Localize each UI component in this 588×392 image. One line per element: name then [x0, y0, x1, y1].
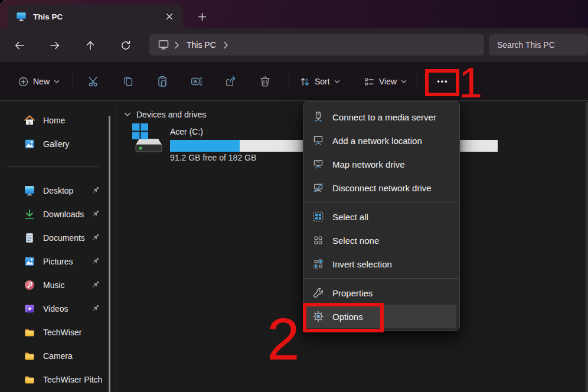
- step2-highlight-box: [303, 303, 384, 332]
- copy-button[interactable]: [116, 71, 140, 92]
- network-location-icon: [312, 135, 324, 146]
- cut-icon: [87, 75, 100, 88]
- sort-button[interactable]: Sort: [297, 71, 342, 92]
- refresh-button[interactable]: [117, 37, 135, 54]
- menu-item-label: Map network drive: [332, 159, 405, 169]
- search-input[interactable]: [489, 34, 588, 55]
- sidebar-item-label: TechWiser Pitch: [43, 375, 102, 384]
- menu-separator: [303, 202, 459, 202]
- chevron-down-icon: [334, 80, 340, 84]
- sidebar-item-label: Videos: [43, 304, 68, 313]
- new-tab-button[interactable]: [194, 8, 210, 25]
- drive-icon[interactable]: [131, 122, 166, 154]
- chevron-right-icon[interactable]: [223, 41, 228, 49]
- videos-icon: [24, 303, 35, 315]
- sidebar-item-home[interactable]: Home: [0, 109, 116, 132]
- rename-button[interactable]: [185, 71, 208, 92]
- forward-button[interactable]: [46, 37, 64, 54]
- sidebar-item-label: Music: [43, 280, 65, 290]
- see-more-context-menu: Connect to a media server Add a network …: [303, 101, 460, 331]
- monitor-icon: [158, 39, 169, 51]
- up-button[interactable]: [81, 37, 99, 54]
- menu-item-select-none[interactable]: Select none: [306, 228, 456, 252]
- pin-icon: [90, 233, 100, 243]
- pin-icon: [90, 256, 100, 266]
- menu-item-properties[interactable]: Properties: [306, 281, 456, 305]
- drive-capacity-text: 91.2 GB free of 182 GB: [170, 153, 256, 162]
- menu-item-connect-media-server[interactable]: Connect to a media server: [306, 105, 456, 129]
- tab-this-pc[interactable]: This PC: [8, 5, 183, 28]
- tab-title: This PC: [33, 12, 162, 21]
- titlebar: This PC: [0, 0, 588, 28]
- drive-name[interactable]: Acer (C:): [170, 127, 203, 136]
- step1-number: 1: [459, 61, 482, 104]
- menu-item-label: Disconnect network drive: [332, 183, 432, 193]
- sidebar-item-label: Home: [43, 116, 65, 125]
- plus-circle-icon: [18, 76, 29, 87]
- sidebar-item-music[interactable]: Music: [0, 273, 116, 297]
- new-button[interactable]: New: [15, 71, 62, 92]
- section-devices-and-drives[interactable]: Devices and drives: [124, 110, 206, 119]
- menu-item-invert-selection[interactable]: Invert selection: [306, 252, 456, 276]
- menu-item-add-network-location[interactable]: Add a network location: [306, 129, 456, 152]
- select-none-icon: [312, 234, 324, 246]
- sidebar-scrollbar[interactable]: [109, 116, 110, 392]
- delete-button[interactable]: [253, 71, 277, 92]
- menu-item-label: Select all: [332, 212, 368, 222]
- chevron-right-icon: [174, 41, 179, 49]
- downloads-icon: [24, 208, 35, 220]
- paste-button[interactable]: [151, 71, 174, 92]
- view-icon: [364, 76, 375, 87]
- sidebar-item-label: Documents: [43, 233, 85, 243]
- select-all-icon: [312, 211, 324, 223]
- pin-icon: [90, 280, 100, 290]
- close-tab-icon[interactable]: [162, 9, 177, 24]
- rename-icon: [190, 75, 203, 88]
- view-button[interactable]: View: [361, 71, 409, 92]
- documents-icon: [24, 232, 35, 244]
- sidebar-item-camera[interactable]: Camera: [0, 344, 116, 368]
- sidebar-item-documents[interactable]: Documents: [0, 226, 116, 250]
- sidebar: Home Gallery: [0, 101, 116, 392]
- this-pc-icon: [16, 11, 27, 22]
- step1-highlight-box: [425, 69, 459, 96]
- menu-item-map-network-drive[interactable]: Map network drive: [306, 152, 456, 176]
- sidebar-item-label: Desktop: [43, 186, 73, 195]
- sidebar-item-desktop[interactable]: Desktop: [0, 179, 116, 202]
- music-icon: [24, 279, 35, 291]
- sidebar-item-pictures[interactable]: Pictures: [0, 250, 116, 273]
- menu-item-label: Add a network location: [332, 136, 422, 146]
- menu-item-disconnect-network-drive[interactable]: Disconnect network drive: [306, 176, 456, 200]
- view-button-label: View: [379, 77, 397, 86]
- cut-button[interactable]: [82, 71, 106, 92]
- share-icon: [224, 75, 237, 88]
- pin-icon: [90, 185, 100, 195]
- desktop-icon: [24, 185, 35, 197]
- pin-icon: [90, 303, 100, 313]
- disconnect-drive-icon: [312, 182, 324, 194]
- search-box[interactable]: [489, 34, 588, 55]
- sidebar-item-label: TechWiser: [43, 328, 81, 337]
- menu-item-select-all[interactable]: Select all: [306, 205, 456, 228]
- address-bar[interactable]: This PC: [149, 34, 484, 55]
- sidebar-item-label: Downloads: [43, 210, 84, 219]
- invert-selection-icon: [312, 258, 324, 270]
- delete-icon: [259, 75, 272, 88]
- file-explorer-window: This PC This PC: [0, 0, 588, 392]
- map-drive-icon: [312, 158, 324, 170]
- media-server-icon: [312, 111, 324, 123]
- folder-icon: [24, 350, 35, 362]
- sidebar-item-videos[interactable]: Videos: [0, 297, 116, 321]
- sidebar-item-techwiser[interactable]: TechWiser: [0, 321, 116, 344]
- sidebar-item-gallery[interactable]: Gallery: [0, 132, 116, 156]
- main-scrollbar-track[interactable]: [586, 102, 588, 392]
- sidebar-item-downloads[interactable]: Downloads: [0, 202, 116, 226]
- sidebar-item-label: Pictures: [43, 257, 73, 266]
- sidebar-item-techwiser-pitch[interactable]: TechWiser Pitch: [0, 368, 116, 391]
- copy-icon: [122, 75, 135, 88]
- menu-separator: [303, 278, 459, 279]
- back-button[interactable]: [11, 37, 28, 54]
- share-button[interactable]: [219, 71, 243, 92]
- chevron-down-icon: [54, 80, 60, 84]
- breadcrumb-this-pc[interactable]: This PC: [187, 40, 216, 50]
